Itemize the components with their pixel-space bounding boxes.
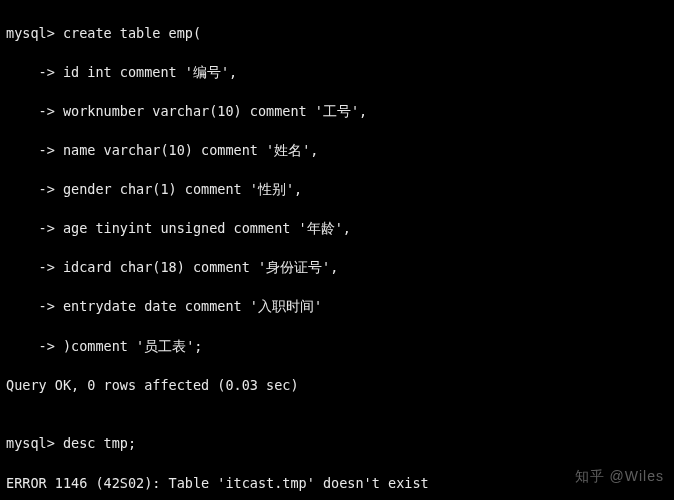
sql-create-line-1: id int comment '编号', — [55, 64, 237, 80]
cont-prompt: -> — [6, 142, 55, 158]
cont-line: -> age tinyint unsigned comment '年龄', — [6, 219, 668, 239]
cont-prompt: -> — [6, 220, 55, 236]
sql-create-line-4: gender char(1) comment '性别', — [55, 181, 302, 197]
cont-prompt: -> — [6, 181, 55, 197]
cont-line: -> )comment '员工表'; — [6, 337, 668, 357]
sql-create-line-2: worknumber varchar(10) comment '工号', — [55, 103, 367, 119]
error-line: ERROR 1146 (42S02): Table 'itcast.tmp' d… — [6, 474, 668, 494]
cont-line: -> worknumber varchar(10) comment '工号', — [6, 102, 668, 122]
mysql-prompt: mysql> — [6, 435, 55, 451]
cont-line: -> idcard char(18) comment '身份证号', — [6, 258, 668, 278]
prompt-line: mysql> desc tmp; — [6, 434, 668, 454]
sql-create-line-0: create table emp( — [55, 25, 201, 41]
sql-create-line-7: entrydate date comment '入职时间' — [55, 298, 322, 314]
cont-line: -> name varchar(10) comment '姓名', — [6, 141, 668, 161]
terminal-output[interactable]: mysql> create table emp( -> id int comme… — [0, 0, 674, 500]
prompt-line: mysql> create table emp( — [6, 24, 668, 44]
cont-line: -> gender char(1) comment '性别', — [6, 180, 668, 200]
cont-line: -> entrydate date comment '入职时间' — [6, 297, 668, 317]
sql-create-line-3: name varchar(10) comment '姓名', — [55, 142, 319, 158]
sql-create-line-5: age tinyint unsigned comment '年龄', — [55, 220, 351, 236]
cont-line: -> id int comment '编号', — [6, 63, 668, 83]
cont-prompt: -> — [6, 259, 55, 275]
query-ok-line: Query OK, 0 rows affected (0.03 sec) — [6, 376, 668, 396]
sql-create-line-6: idcard char(18) comment '身份证号', — [55, 259, 339, 275]
mysql-prompt: mysql> — [6, 25, 55, 41]
sql-create-line-8: )comment '员工表'; — [55, 338, 203, 354]
cont-prompt: -> — [6, 338, 55, 354]
cont-prompt: -> — [6, 298, 55, 314]
cont-prompt: -> — [6, 103, 55, 119]
sql-desc-tmp: desc tmp; — [55, 435, 136, 451]
cont-prompt: -> — [6, 64, 55, 80]
